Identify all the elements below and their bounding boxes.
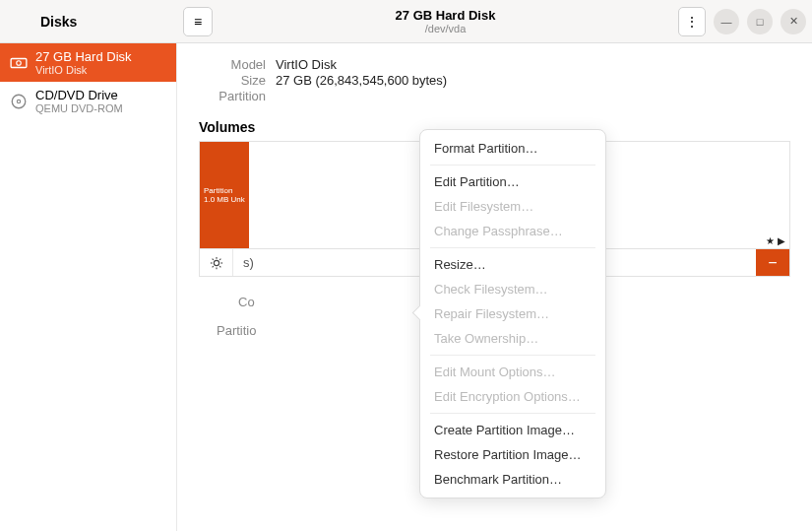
sidebar-item-name: CD/DVD Drive: [35, 88, 123, 102]
minimize-button[interactable]: —: [714, 9, 739, 34]
model-label: Model: [199, 57, 276, 72]
dev-path: /dev/vda: [213, 23, 678, 34]
hamburger-button[interactable]: ≡: [183, 7, 213, 36]
partition-type-label: Partitio: [217, 323, 256, 338]
info-row-partitioning: Partition: [199, 89, 790, 103]
drive-menu-button[interactable]: ⋮: [678, 7, 706, 36]
title-center: 27 GB Hard Disk /dev/vda: [213, 8, 678, 34]
sidebar-item-sub: QEMU DVD-ROM: [35, 102, 123, 114]
menu-take-ownership: Take Ownership…: [420, 326, 605, 351]
title-right: ⋮ — □ ✕: [678, 7, 806, 36]
sidebar-item-hard-disk[interactable]: 27 GB Hard Disk VirtIO Disk: [0, 43, 176, 82]
vol-left-size: 1.0 MB Unk: [204, 195, 245, 204]
volume-partition-1[interactable]: Partition 1.0 MB Unk: [200, 142, 249, 248]
gear-icon: [210, 256, 223, 270]
size-value: 27 GB (26,843,545,600 bytes): [276, 73, 790, 88]
svg-line-11: [212, 266, 213, 267]
menu-separator: [430, 247, 595, 248]
minimize-icon: —: [721, 16, 732, 28]
svg-point-1: [17, 60, 22, 65]
svg-rect-0: [11, 58, 27, 67]
hard-disk-icon: [10, 54, 28, 72]
sidebar-item-text: CD/DVD Drive QEMU DVD-ROM: [35, 88, 123, 114]
contents-label: Co: [238, 295, 255, 309]
menu-create-partition-image[interactable]: Create Partition Image…: [420, 418, 605, 442]
model-value: VirtIO Disk: [276, 57, 790, 72]
sidebar-item-sub: VirtIO Disk: [35, 64, 132, 76]
disk-title: 27 GB Hard Disk: [213, 8, 678, 23]
svg-point-3: [17, 100, 20, 102]
svg-line-9: [212, 258, 213, 259]
sidebar-item-cd-dvd[interactable]: CD/DVD Drive QEMU DVD-ROM: [0, 82, 176, 120]
svg-point-2: [12, 95, 26, 108]
title-left: Disks: [6, 14, 183, 30]
partition-options-popup: Format Partition… Edit Partition… Edit F…: [419, 129, 606, 498]
menu-change-passphrase: Change Passphrase…: [420, 219, 605, 243]
info-row-size: Size 27 GB (26,843,545,600 bytes): [199, 73, 790, 88]
svg-point-4: [214, 260, 219, 265]
cd-icon: [10, 93, 28, 110]
maximize-icon: □: [757, 16, 764, 28]
sidebar-item-name: 27 GB Hard Disk: [35, 49, 132, 64]
main: 27 GB Hard Disk VirtIO Disk CD/DVD Drive…: [0, 43, 812, 531]
kebab-icon: ⋮: [685, 14, 699, 30]
hamburger-icon: ≡: [194, 14, 202, 30]
play-icon: ▶: [778, 235, 785, 246]
partitioning-label: Partition: [199, 89, 276, 103]
info-row-model: Model VirtIO Disk: [199, 57, 790, 72]
close-icon: ✕: [789, 15, 798, 28]
menu-separator: [430, 165, 595, 166]
app-name: Disks: [40, 14, 77, 30]
svg-line-10: [219, 266, 220, 267]
star-icon: ★: [766, 235, 775, 246]
sidebar-item-text: 27 GB Hard Disk VirtIO Disk: [35, 49, 132, 76]
content: Model VirtIO Disk Size 27 GB (26,843,545…: [177, 43, 812, 531]
size-label: Size: [199, 73, 276, 88]
menu-edit-encryption-options: Edit Encryption Options…: [420, 384, 605, 409]
menu-edit-filesystem: Edit Filesystem…: [420, 194, 605, 219]
close-button[interactable]: ✕: [781, 9, 806, 34]
menu-separator: [430, 413, 595, 414]
menu-repair-filesystem: Repair Filesystem…: [420, 301, 605, 326]
menu-edit-mount-options: Edit Mount Options…: [420, 360, 605, 384]
titlebar: Disks ≡ 27 GB Hard Disk /dev/vda ⋮ — □ ✕: [0, 0, 812, 43]
svg-line-12: [219, 258, 220, 259]
volume-options-button[interactable]: [200, 249, 233, 276]
minus-icon: −: [768, 254, 777, 272]
menu-restore-partition-image[interactable]: Restore Partition Image…: [420, 442, 605, 467]
menu-edit-partition[interactable]: Edit Partition…: [420, 169, 605, 194]
volume-indicators: ★ ▶: [766, 235, 785, 246]
menu-benchmark-partition[interactable]: Benchmark Partition…: [420, 467, 605, 492]
maximize-button[interactable]: □: [747, 9, 773, 34]
menu-separator: [430, 355, 595, 356]
menu-resize[interactable]: Resize…: [420, 252, 605, 277]
delete-partition-button[interactable]: −: [756, 249, 789, 276]
sidebar: 27 GB Hard Disk VirtIO Disk CD/DVD Drive…: [0, 43, 177, 531]
partitioning-value: [276, 89, 790, 103]
vol-left-name: Partition: [204, 186, 245, 195]
menu-check-filesystem: Check Filesystem…: [420, 277, 605, 301]
menu-format-partition[interactable]: Format Partition…: [420, 136, 605, 161]
